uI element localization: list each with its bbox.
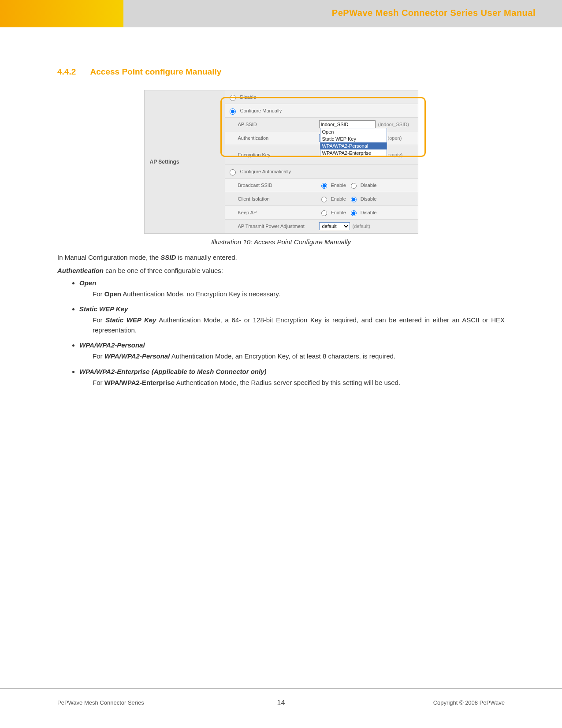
label-client-isolation: Client Isolation [236, 196, 317, 202]
radio-disable[interactable] [230, 95, 236, 101]
settings-table: Disable Configure Manually AP SSID (Indo… [225, 90, 418, 233]
list-item: Static WEP Key For Static WEP Key Authen… [79, 305, 505, 335]
label-ap-ssid: AP SSID [236, 122, 317, 127]
settings-screenshot: AP Settings Disable Configure Manually A… [144, 90, 418, 234]
row-broadcast-ssid: Broadcast SSID Enable Disable [225, 179, 418, 192]
opt-enable: Enable [331, 196, 346, 202]
label-power-adj: AP Transmit Power Adjustment [236, 224, 317, 229]
label-authentication: Authentication [236, 135, 317, 141]
row-disable[interactable]: Disable [225, 90, 418, 104]
radio-disable-opt[interactable] [351, 183, 357, 189]
item-label: WPA/WPA2-Personal [79, 341, 145, 349]
illustration-caption: Illustration 10: Access Point Configure … [57, 238, 505, 246]
dropdown-option-selected[interactable]: WPA/WPA2-Personal [320, 142, 387, 149]
item-desc: For WPA/WPA2-Personal Authentication Mod… [93, 351, 505, 362]
row-configure-auto[interactable]: Configure Automatically [225, 165, 418, 179]
item-desc: For WPA/WPA2-Enterprise Authentication M… [93, 378, 505, 388]
radio-enable[interactable] [321, 197, 327, 202]
section-title: Access Point configure Manually [90, 67, 222, 76]
label-configure-manually: Configure Manually [238, 108, 320, 113]
input-ap-ssid[interactable] [319, 120, 376, 128]
section-heading: 4.4.2 Access Point configure Manually [57, 67, 505, 77]
ssid-bold: SSID [160, 254, 176, 261]
page-footer: PePWave Mesh Connector Series 14 Copyrig… [0, 699, 562, 706]
radio-disable-opt[interactable] [351, 197, 357, 202]
authentication-list: Open For Open Authentication Mode, no En… [79, 279, 505, 388]
dropdown-option[interactable]: WPA/WPA2-Enterprise [320, 149, 387, 157]
row-client-isolation: Client Isolation Enable Disable [225, 192, 418, 206]
radio-enable[interactable] [321, 183, 327, 189]
label-broadcast-ssid: Broadcast SSID [236, 183, 317, 188]
hint-power-adj: (default) [353, 224, 370, 229]
label-disable: Disable [238, 94, 320, 100]
dropdown-option[interactable]: Static WEP Key [320, 135, 387, 142]
label-encryption-key: Encryption Key [236, 152, 317, 157]
page-number: 14 [277, 699, 285, 707]
authentication-bold: Authentication [57, 267, 104, 274]
panel-label: AP Settings [145, 90, 225, 233]
footer-rule [0, 688, 562, 689]
select-power-adj[interactable]: default [319, 222, 350, 230]
hint-ap-ssid: (Indoor_SSID) [378, 122, 409, 127]
label-configure-auto: Configure Automatically [238, 169, 320, 174]
header-band: PePWave Mesh Connector Series User Manua… [0, 0, 562, 27]
item-label: Open [79, 279, 96, 287]
hint-authentication: (open) [388, 135, 402, 141]
opt-disable: Disable [361, 196, 377, 202]
item-desc: For Open Authentication Mode, no Encrypt… [93, 289, 505, 299]
item-label: WPA/WPA2-Enterprise (Applicable to Mesh … [79, 368, 266, 375]
row-configure-manually[interactable]: Configure Manually [225, 104, 418, 118]
radio-configure-auto[interactable] [230, 169, 236, 175]
hint-encryption-key: empty) [388, 152, 403, 157]
opt-enable: Enable [331, 183, 346, 188]
item-desc: For Static WEP Key Authentication Mode, … [93, 315, 505, 335]
dropdown-option[interactable]: Open [320, 128, 387, 135]
footer-right: Copyright © 2008 PePWave [433, 699, 505, 706]
opt-disable: Disable [361, 210, 377, 215]
list-item: Open For Open Authentication Mode, no En… [79, 279, 505, 299]
radio-disable-opt[interactable] [351, 210, 357, 216]
body-line-1: In Manual Configuration mode, the SSID i… [57, 253, 505, 262]
list-item: WPA/WPA2-Enterprise (Applicable to Mesh … [79, 368, 505, 388]
manual-title: PePWave Mesh Connector Series User Manua… [332, 8, 536, 18]
section-number: 4.4.2 [57, 67, 88, 77]
radio-enable[interactable] [321, 210, 327, 216]
item-label: Static WEP Key [79, 305, 128, 313]
opt-enable: Enable [331, 210, 346, 215]
opt-disable: Disable [361, 183, 377, 188]
list-item: WPA/WPA2-Personal For WPA/WPA2-Personal … [79, 341, 505, 362]
row-power-adjustment: AP Transmit Power Adjustment default (de… [225, 220, 418, 233]
authentication-dropdown-open[interactable]: Open Static WEP Key WPA/WPA2-Personal WP… [320, 128, 387, 157]
label-keep-ap: Keep AP [236, 210, 317, 215]
footer-left: PePWave Mesh Connector Series [57, 699, 144, 706]
row-keep-ap: Keep AP Enable Disable [225, 206, 418, 220]
radio-configure-manually[interactable] [230, 108, 236, 115]
body-line-2: Authentication can be one of three confi… [57, 266, 505, 276]
